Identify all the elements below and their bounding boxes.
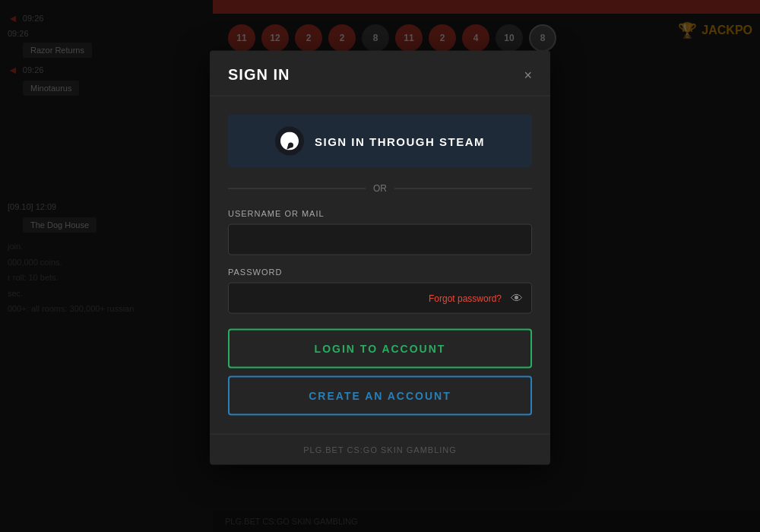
create-account-button[interactable]: CREATE AN ACCOUNT bbox=[228, 376, 532, 416]
modal-footer: PLG.BET CS:GO SKIN GAMBLING bbox=[210, 434, 550, 465]
username-input[interactable] bbox=[228, 224, 532, 255]
or-line-right bbox=[394, 188, 532, 188]
steam-signin-button[interactable]: SIGN IN THROUGH STEAM bbox=[228, 115, 532, 168]
modal-header: SIGN IN × bbox=[210, 51, 550, 97]
steam-logo-icon bbox=[275, 127, 304, 156]
password-label: PASSWORD bbox=[228, 268, 532, 277]
eye-icon[interactable]: 👁 bbox=[511, 291, 523, 305]
steam-button-label: SIGN IN THROUGH STEAM bbox=[315, 135, 485, 147]
or-line-left bbox=[228, 188, 366, 188]
close-button[interactable]: × bbox=[524, 68, 532, 81]
forgot-password-link[interactable]: Forgot password? bbox=[429, 293, 502, 303]
modal-body: SIGN IN THROUGH STEAM OR USERNAME OR MAI… bbox=[210, 97, 550, 434]
login-button[interactable]: LOGIN TO ACCOUNT bbox=[228, 329, 532, 369]
signin-modal: SIGN IN × SIGN IN THROUGH STEAM OR USERN… bbox=[210, 51, 550, 465]
or-divider: OR bbox=[228, 183, 532, 194]
or-text: OR bbox=[373, 183, 387, 194]
username-label: USERNAME OR MAIL bbox=[228, 209, 532, 218]
password-wrapper: Forgot password? 👁 bbox=[228, 283, 532, 314]
modal-title: SIGN IN bbox=[228, 66, 290, 84]
footer-branding: PLG.BET CS:GO SKIN GAMBLING bbox=[303, 445, 457, 454]
